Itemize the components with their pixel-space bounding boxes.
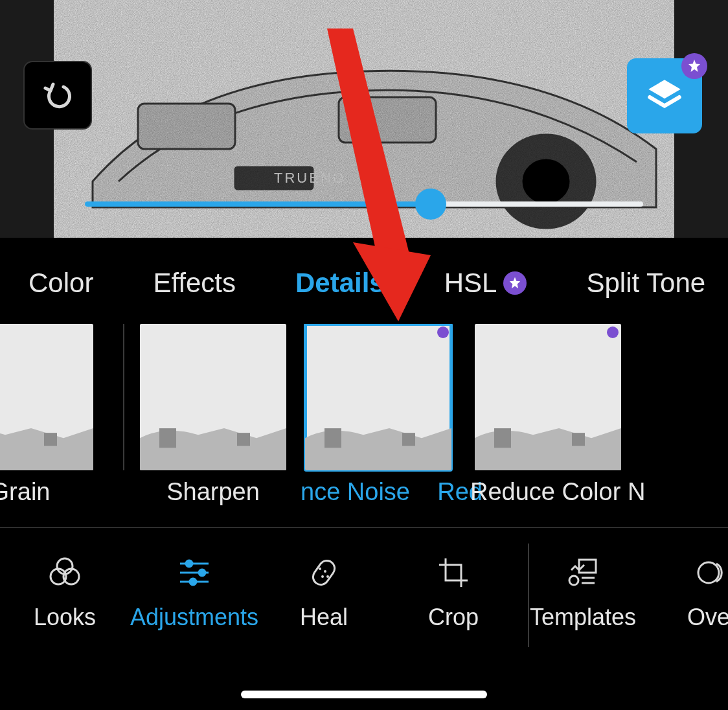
layers-button[interactable] — [627, 58, 702, 133]
svg-point-28 — [324, 570, 326, 573]
premium-badge — [437, 326, 449, 338]
home-indicator — [241, 691, 487, 698]
svg-point-23 — [199, 569, 205, 576]
bottom-toolbar: LooksAdjustmentsHealCropTemplatesOver — [0, 527, 728, 657]
thumb-label: Grain — [0, 478, 50, 506]
thumb-reduce-luminance-noise[interactable]: nce Noise Red — [301, 324, 456, 506]
svg-rect-26 — [310, 557, 338, 588]
thumb-preview — [305, 324, 451, 470]
adjustment-tabs: ColorEffectsDetailsHSLSplit Tone — [0, 259, 728, 307]
detail-thumbnails: GrainSharpennce Noise RedReduce Color N — [0, 324, 728, 525]
svg-rect-13 — [324, 428, 341, 448]
slider-handle[interactable] — [415, 189, 446, 220]
tab-label: Effects — [153, 268, 236, 299]
tool-label: Crop — [428, 604, 479, 631]
tab-effects[interactable]: Effects — [153, 268, 236, 299]
tool-templates[interactable]: Templates — [518, 528, 648, 657]
svg-point-27 — [319, 567, 321, 570]
tool-label: Adjustments — [130, 604, 258, 631]
thumb-preview — [475, 324, 621, 470]
premium-badge — [503, 271, 527, 295]
thumb-preview — [140, 324, 286, 470]
svg-rect-12 — [237, 433, 250, 446]
thumb-label: Sharpen — [166, 478, 260, 506]
thumb-divider — [123, 324, 124, 470]
svg-point-25 — [190, 578, 196, 585]
premium-badge — [681, 53, 707, 79]
premium-badge — [607, 326, 619, 338]
slider-track — [85, 201, 643, 207]
tab-label: HSL — [444, 268, 497, 299]
star-icon — [508, 276, 522, 290]
overlays-icon — [694, 555, 728, 591]
tab-label: Split Tone — [586, 268, 705, 299]
tab-details[interactable]: Details — [295, 268, 385, 299]
star-icon — [687, 58, 702, 74]
thumb-sharpen[interactable]: Sharpen — [140, 324, 286, 506]
thumb-label: Reduce Color N — [470, 478, 626, 506]
svg-rect-10 — [44, 433, 57, 446]
svg-point-35 — [698, 562, 719, 583]
tool-overlays[interactable]: Over — [648, 528, 728, 657]
thumb-preview — [0, 324, 93, 470]
svg-rect-14 — [402, 433, 415, 446]
tab-split-tone[interactable]: Split Tone — [586, 268, 705, 299]
svg-rect-16 — [572, 433, 585, 446]
heal-icon — [306, 555, 342, 591]
tab-label: Color — [28, 268, 93, 299]
tool-heal[interactable]: Heal — [259, 528, 389, 657]
svg-rect-11 — [159, 428, 176, 448]
tool-label: Looks — [34, 604, 96, 631]
adjustments-icon — [176, 555, 212, 591]
svg-point-21 — [186, 560, 192, 567]
templates-icon — [565, 555, 601, 591]
undo-icon — [41, 79, 74, 111]
tool-label: Heal — [300, 604, 348, 631]
tool-crop[interactable]: Crop — [389, 528, 518, 657]
svg-rect-15 — [494, 428, 511, 448]
tab-label: Details — [295, 268, 385, 299]
slider-fill — [85, 201, 431, 207]
tool-label: Over — [687, 604, 728, 631]
undo-button[interactable] — [23, 61, 92, 130]
tab-hsl[interactable]: HSL — [444, 268, 527, 299]
layers-icon — [643, 74, 686, 117]
thumb-grain[interactable]: Grain — [0, 324, 93, 506]
crop-icon — [435, 555, 472, 591]
thumb-label: nce Noise Red — [301, 478, 456, 506]
editor-canvas: TRUENO — [0, 0, 728, 238]
svg-point-32 — [569, 576, 578, 585]
tool-adjustments[interactable]: Adjustments — [130, 528, 259, 657]
toolbar-divider — [528, 544, 529, 647]
svg-point-30 — [326, 575, 329, 578]
tab-color[interactable]: Color — [28, 268, 93, 299]
adjustment-slider[interactable] — [0, 168, 728, 240]
tool-looks[interactable]: Looks — [0, 528, 130, 657]
thumb-reduce-color-noise[interactable]: Reduce Color N — [470, 324, 626, 506]
svg-point-29 — [321, 575, 324, 578]
tool-label: Templates — [530, 604, 636, 631]
looks-icon — [47, 555, 83, 591]
